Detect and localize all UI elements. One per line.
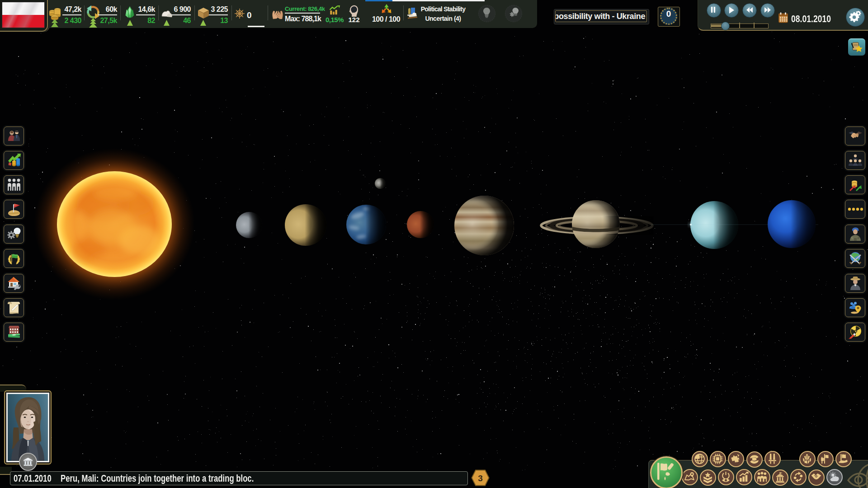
svg-text:3: 3 [478, 474, 483, 483]
